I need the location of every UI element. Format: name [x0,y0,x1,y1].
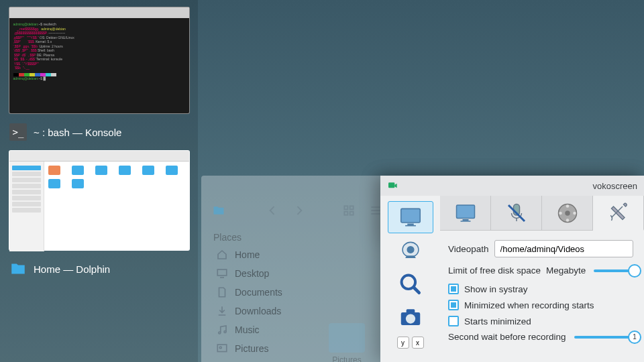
svg-rect-17 [388,182,394,188]
svg-point-38 [559,211,562,215]
music-icon [216,324,228,336]
svg-point-35 [565,210,570,216]
svg-rect-2 [344,212,347,215]
window-title: vokoscreen [403,181,637,191]
svg-rect-28 [456,205,474,219]
minimized-recording-checkbox[interactable] [448,300,459,310]
place-downloads[interactable]: Downloads [208,302,314,320]
app-icon [387,180,398,191]
tab-screen[interactable] [440,196,491,230]
second-wait-slider[interactable]: 1 [574,336,633,339]
svg-rect-3 [350,212,354,215]
terminal-icon: >_ [9,123,27,141]
svg-rect-18 [400,208,420,223]
settings-panel: Videopath Limit of free disk space Megab… [440,231,644,342]
place-pictures[interactable]: Pictures [208,339,314,358]
svg-rect-29 [462,219,468,221]
tab-video[interactable] [542,196,593,230]
switcher-item-dolphin[interactable]: Home — Dolphin [5,253,193,287]
switcher-label: ~ : bash — Konsole [34,127,121,138]
place-videos[interactable]: Videos [208,358,314,362]
task-switcher: adminq@debian:~$ neofetch _,met$$$$$gg. … [0,0,198,362]
starts-minimized-checkbox[interactable] [448,316,459,326]
svg-line-24 [413,288,419,293]
place-music[interactable]: Music [208,320,314,339]
disk-unit-label: Megabyte [546,265,586,276]
second-wait-label: Second wait before recording [448,332,566,342]
thumbnail-konsole[interactable]: adminq@debian:~$ neofetch _,met$$$$$gg. … [9,7,190,114]
starts-minimized-label: Starts minimized [464,316,531,326]
tab-bar [440,196,644,231]
svg-rect-19 [407,224,414,225]
systray-checkbox[interactable] [448,284,459,294]
sidebar-fullscreen-button[interactable] [388,201,433,233]
tab-settings[interactable] [593,196,644,231]
svg-point-39 [573,211,576,215]
disk-limit-slider[interactable] [594,269,633,272]
svg-point-26 [405,314,415,323]
sidebar-magnifier-button[interactable] [388,268,433,300]
sidebar-camera-button[interactable] [388,302,433,334]
documents-icon [216,286,228,298]
tab-audio[interactable] [491,196,542,230]
switcher-item-konsole[interactable]: >_ ~ : bash — Konsole [5,117,193,150]
place-home[interactable]: Home [208,245,314,264]
svg-rect-27 [406,309,415,313]
titlebar[interactable]: vokoscreen [380,176,644,196]
thumbnail-dolphin[interactable] [9,150,190,251]
svg-rect-14 [217,345,227,352]
back-icon[interactable] [266,204,279,217]
svg-point-36 [566,204,569,208]
forward-icon[interactable] [292,204,306,217]
systray-label: Show in systray [464,284,528,294]
icon-view-icon[interactable] [342,204,356,217]
desktop-icon [216,267,228,280]
vokoscreen-window: vokoscreen yx [380,176,644,362]
videopath-label: Videopath [448,244,489,254]
folder-icon [212,204,225,217]
svg-rect-1 [350,206,354,209]
svg-point-13 [224,331,226,333]
folder-icon [9,260,27,278]
places-header: Places [208,229,314,245]
keyboard-hint: yx [380,337,440,349]
pictures-icon [216,343,228,355]
svg-point-15 [219,347,221,349]
svg-rect-30 [460,221,470,222]
place-desktop[interactable]: Desktop [208,264,314,283]
minimized-recording-label: Minimized when recording starts [464,300,594,310]
switcher-label: Home — Dolphin [34,263,110,275]
svg-point-37 [566,219,569,222]
svg-rect-10 [217,269,227,276]
sidebar-webcam-button[interactable] [388,235,433,267]
svg-rect-0 [344,206,347,209]
videopath-input[interactable] [494,240,633,257]
home-icon [216,249,228,261]
disk-limit-label: Limit of free disk space [448,265,541,276]
sidebar: yx [380,196,440,362]
svg-point-22 [407,246,414,253]
place-documents[interactable]: Documents [208,283,314,302]
svg-point-12 [219,332,221,334]
downloads-icon [216,305,228,317]
svg-rect-20 [405,225,416,227]
